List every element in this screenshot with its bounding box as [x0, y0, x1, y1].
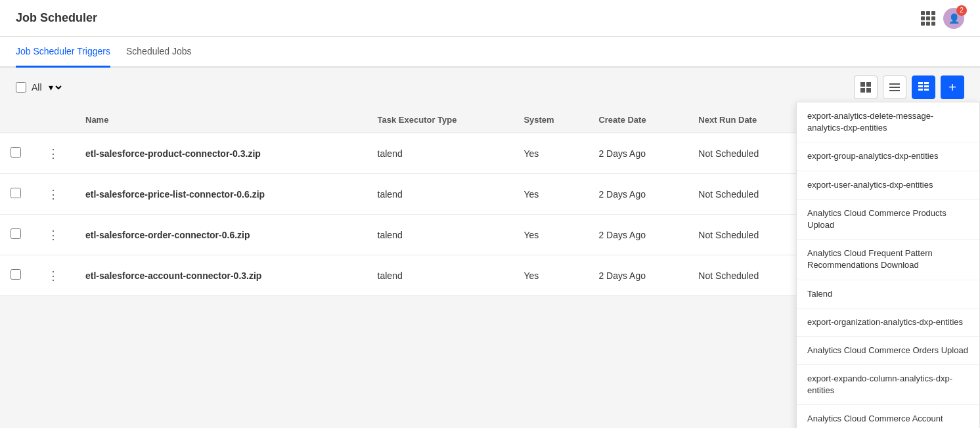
list-view-button[interactable]	[883, 75, 906, 99]
row-system-3: Yes	[513, 255, 588, 296]
toolbar: All ▾ +	[0, 68, 980, 107]
svg-rect-6	[889, 90, 900, 91]
row-kebab-cell: ⋮	[32, 133, 75, 174]
col-task-executor-type: Task Executor Type	[367, 107, 514, 133]
col-checkbox	[0, 107, 32, 133]
row-next-run-3: Not Scheduled	[688, 255, 806, 296]
row-executor-3: talend	[367, 255, 514, 296]
svg-rect-3	[866, 88, 871, 93]
notification-badge: 2	[956, 5, 967, 16]
row-name-2: etl-salesforce-order-connector-0.6.zip	[75, 215, 367, 255]
row-name-3: etl-salesforce-account-connector-0.3.zip	[75, 255, 367, 296]
tab-bar: Job Scheduler Triggers Scheduled Jobs	[0, 37, 980, 68]
filter-all[interactable]: All ▾	[32, 81, 64, 93]
table-view-button[interactable]	[912, 75, 935, 99]
dropdown-item-item3[interactable]: export-user-analytics-dxp-entities	[797, 171, 979, 200]
col-system: System	[513, 107, 588, 133]
row-checkbox-cell	[0, 174, 32, 215]
row-checkbox-1[interactable]	[11, 188, 21, 198]
svg-rect-5	[889, 87, 900, 88]
dropdown-item-item4[interactable]: Analytics Cloud Commerce Products Upload	[797, 200, 979, 240]
row-checkbox-cell	[0, 133, 32, 174]
row-system-1: Yes	[513, 174, 588, 215]
col-create-date: Create Date	[588, 107, 688, 133]
row-checkbox-2[interactable]	[11, 228, 21, 239]
app-grid-icon[interactable]	[921, 11, 935, 26]
col-name: Name	[75, 107, 367, 133]
svg-rect-2	[860, 88, 865, 93]
row-create-date-2: 2 Days Ago	[588, 215, 688, 255]
row-create-date-0: 2 Days Ago	[588, 133, 688, 174]
row-kebab-menu-1[interactable]: ⋮	[42, 185, 64, 203]
row-checkbox-cell	[0, 255, 32, 296]
tab-job-scheduler-triggers[interactable]: Job Scheduler Triggers	[16, 37, 110, 68]
row-kebab-cell: ⋮	[32, 174, 75, 215]
toolbar-right: +	[854, 75, 964, 99]
row-executor-0: talend	[367, 133, 514, 174]
row-kebab-menu-0[interactable]: ⋮	[42, 144, 64, 163]
row-system-0: Yes	[513, 133, 588, 174]
row-create-date-1: 2 Days Ago	[588, 174, 688, 215]
dropdown-item-item5[interactable]: Analytics Cloud Frequent Pattern Recomme…	[797, 240, 979, 280]
svg-rect-9	[918, 85, 923, 87]
row-create-date-3: 2 Days Ago	[588, 255, 688, 296]
row-executor-2: talend	[367, 215, 514, 255]
select-all-checkbox[interactable]	[16, 82, 26, 93]
svg-rect-12	[924, 89, 929, 91]
row-executor-1: talend	[367, 174, 514, 215]
row-kebab-menu-2[interactable]: ⋮	[42, 226, 64, 244]
row-next-run-0: Not Scheduled	[688, 133, 806, 174]
col-next-run-date: Next Run Date	[688, 107, 806, 133]
avatar[interactable]: 👤 2	[943, 8, 964, 29]
row-kebab-cell: ⋮	[32, 255, 75, 296]
task-type-dropdown: export-analytics-delete-message-analytic…	[796, 102, 980, 296]
row-next-run-1: Not Scheduled	[688, 174, 806, 215]
header-actions: 👤 2	[921, 8, 964, 29]
tab-scheduled-jobs[interactable]: Scheduled Jobs	[126, 37, 192, 68]
row-kebab-menu-3[interactable]: ⋮	[42, 267, 64, 285]
dropdown-item-item2[interactable]: export-group-analytics-dxp-entities	[797, 142, 979, 171]
add-button[interactable]: +	[941, 75, 964, 99]
svg-rect-4	[889, 83, 900, 85]
row-name-0: etl-salesforce-product-connector-0.3.zip	[75, 133, 367, 174]
dropdown-item-item6[interactable]: Talend	[797, 280, 979, 297]
row-checkbox-0[interactable]	[11, 147, 21, 158]
row-system-2: Yes	[513, 215, 588, 255]
plus-icon: +	[948, 80, 956, 95]
dropdown-item-item1[interactable]: export-analytics-delete-message-analytic…	[797, 102, 979, 142]
header: Job Scheduler 👤 2	[0, 0, 980, 37]
toolbar-left: All ▾	[16, 81, 64, 93]
row-name-1: etl-salesforce-price-list-connector-0.6.…	[75, 174, 367, 215]
page-title: Job Scheduler	[16, 11, 97, 25]
card-view-button[interactable]	[854, 75, 878, 99]
svg-rect-8	[924, 82, 929, 84]
svg-rect-0	[860, 82, 865, 87]
row-next-run-2: Not Scheduled	[688, 215, 806, 255]
row-checkbox-cell	[0, 215, 32, 255]
row-kebab-cell: ⋮	[32, 215, 75, 255]
filter-select[interactable]: ▾	[46, 81, 64, 93]
svg-rect-7	[918, 82, 923, 84]
svg-rect-10	[924, 85, 929, 87]
svg-rect-1	[866, 82, 871, 87]
col-actions	[32, 107, 75, 133]
row-checkbox-3[interactable]	[11, 269, 21, 280]
svg-rect-11	[918, 89, 923, 91]
